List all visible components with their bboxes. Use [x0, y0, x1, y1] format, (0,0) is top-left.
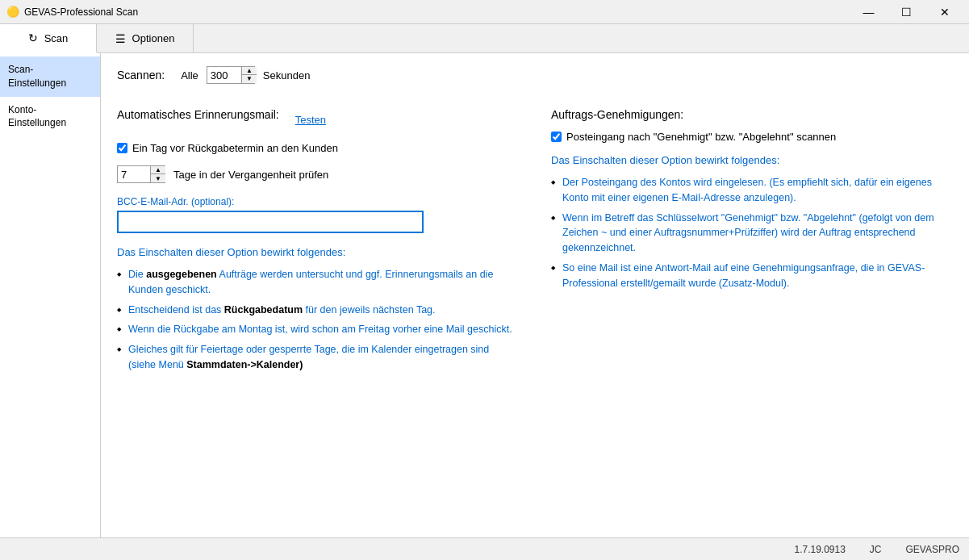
tab-optionen[interactable]: ☰ Optionen: [97, 24, 194, 52]
statusbar: 1.7.19.0913 JC GEVASPRO: [0, 537, 969, 560]
list-item: Wenn die Rückgabe am Montag ist, wird sc…: [117, 320, 519, 340]
testen-link[interactable]: Testen: [295, 114, 326, 126]
list-item: Der Posteingang des Kontos wird eingeles…: [551, 173, 953, 208]
scannen-label: Scannen:: [117, 69, 165, 81]
left-info-section: Das Einschalten dieser Option bewirkt fo…: [117, 246, 519, 375]
reminder-title: Automatisches Erinnerungsmail:: [117, 108, 279, 121]
right-checkbox-row: Posteingang nach "Genehmigt" bzw. "Abgel…: [551, 131, 953, 143]
checkbox-posteingang-label: Posteingang nach "Genehmigt" bzw. "Abgel…: [566, 131, 836, 143]
alle-label: Alle: [181, 69, 198, 81]
sidebar: Scan-Einstellungen Konto-Einstellungen: [0, 53, 101, 537]
app-icon: 🟡: [6, 6, 19, 19]
scan-interval-spinner: ▲ ▼: [207, 66, 255, 84]
list-item: Entscheidend ist das Rückgabedatum für d…: [117, 300, 519, 320]
reminder-header: Automatisches Erinnerungsmail: Testen: [117, 108, 519, 131]
tage-label: Tage in der Vergangenheit prüfen: [173, 169, 328, 181]
scan-interval-input-wrapper: ▲ ▼: [207, 66, 255, 84]
scan-tab-icon: ↻: [28, 31, 38, 44]
tab-scan[interactable]: ↻ Scan: [0, 24, 97, 53]
left-info-title: Das Einschalten dieser Option bewirkt fo…: [117, 246, 519, 258]
left-bullet-list: Die ausgegebenen Aufträge werden untersu…: [117, 265, 519, 375]
list-item: So eine Mail ist eine Antwort-Mail auf e…: [551, 258, 953, 294]
bcc-input[interactable]: [117, 211, 424, 233]
tage-up[interactable]: ▲: [151, 166, 165, 174]
tage-spinner-wrapper: ▲ ▼: [117, 165, 165, 183]
bcc-label: BCC-E-Mail-Adr. (optional):: [117, 196, 519, 207]
checkbox-ein-tag-label: Ein Tag vor Rückgabetermin an den Kunden: [132, 142, 338, 154]
app-label: GEVASPRO: [906, 544, 959, 555]
optionen-tab-label: Optionen: [132, 32, 175, 44]
tage-input[interactable]: [118, 166, 150, 182]
list-item: Gleiches gilt für Feiertage oder gesperr…: [117, 340, 519, 375]
left-column: Automatisches Erinnerungsmail: Testen Ei…: [117, 108, 519, 375]
tage-down[interactable]: ▼: [151, 174, 165, 182]
scan-interval-down[interactable]: ▼: [242, 75, 257, 83]
main-container: Scan-Einstellungen Konto-Einstellungen S…: [0, 53, 969, 537]
two-col-layout: Automatisches Erinnerungsmail: Testen Ei…: [117, 108, 953, 375]
right-info-title: Das Einschalten dieser Option bewirkt fo…: [551, 154, 953, 166]
scan-interval-buttons: ▲ ▼: [241, 67, 256, 83]
checkbox-ein-tag[interactable]: [117, 143, 127, 153]
sekunden-label: Sekunden: [263, 69, 311, 81]
sidebar-item-konto-einstellungen[interactable]: Konto-Einstellungen: [0, 97, 100, 137]
bcc-section: BCC-E-Mail-Adr. (optional):: [117, 196, 519, 246]
window-title: GEVAS-Professional Scan: [24, 6, 850, 18]
sidebar-label-konto: Konto-Einstellungen: [8, 104, 66, 129]
minimize-button[interactable]: —: [850, 0, 887, 24]
right-column: Auftrags-Genehmigungen: Posteingang nach…: [551, 108, 953, 375]
scan-interval-input[interactable]: [207, 67, 241, 83]
titlebar: 🟡 GEVAS-Professional Scan — ☐ ✕: [0, 0, 969, 24]
scan-row: Scannen: Alle ▲ ▼ Sekunden: [117, 66, 953, 84]
right-section-title: Auftrags-Genehmigungen:: [551, 108, 953, 121]
right-info-section: Das Einschalten dieser Option bewirkt fo…: [551, 154, 953, 293]
user-label: JC: [870, 544, 882, 555]
right-bullet-list: Der Posteingang des Kontos wird eingeles…: [551, 173, 953, 293]
tage-spinner-row: ▲ ▼ Tage in der Vergangenheit prüfen: [117, 165, 519, 183]
window-controls: — ☐ ✕: [850, 0, 963, 24]
maximize-button[interactable]: ☐: [888, 0, 925, 24]
close-button[interactable]: ✕: [926, 0, 963, 24]
tage-spinner-buttons: ▲ ▼: [150, 166, 165, 182]
checkbox-row-1: Ein Tag vor Rückgabetermin an den Kunden: [117, 142, 519, 154]
scan-interval-up[interactable]: ▲: [242, 67, 257, 75]
sidebar-item-scan-einstellungen[interactable]: Scan-Einstellungen: [0, 56, 100, 97]
checkbox-posteingang[interactable]: [551, 132, 562, 142]
sidebar-label-scan: Scan-Einstellungen: [8, 64, 66, 89]
list-item: Die ausgegebenen Aufträge werden untersu…: [117, 265, 519, 300]
list-item: Wenn im Betreff das Schlüsselwort "Geneh…: [551, 208, 953, 258]
tabbar: ↻ Scan ☰ Optionen: [0, 24, 969, 53]
version-label: 1.7.19.0913: [794, 544, 845, 555]
content-area: Scannen: Alle ▲ ▼ Sekunden: [101, 53, 969, 537]
scan-tab-label: Scan: [44, 32, 69, 44]
optionen-tab-icon: ☰: [115, 32, 126, 45]
